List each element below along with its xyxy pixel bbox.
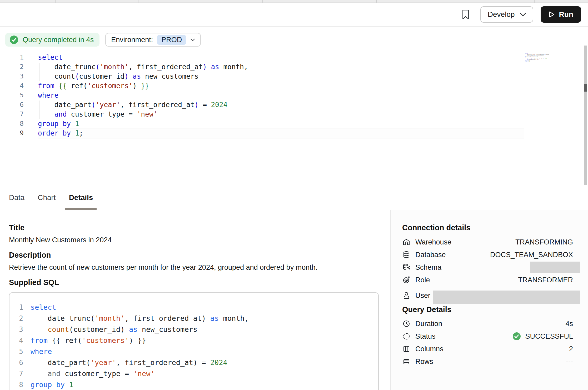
query-details-heading: Query Details bbox=[402, 305, 451, 314]
sql-line: 7 and customer_type = 'new' bbox=[9, 368, 378, 379]
bookmark-button[interactable] bbox=[458, 7, 473, 22]
develop-button[interactable]: Develop bbox=[480, 6, 533, 23]
editor-line: 8group by 1 bbox=[0, 119, 579, 128]
detail-row-database: Database DOCS_TEAM_SANDBOX bbox=[402, 249, 573, 261]
rows-value: --- bbox=[566, 358, 573, 366]
detail-row-rows: Rows --- bbox=[402, 356, 573, 367]
status-value-text: SUCCESSFUL bbox=[525, 332, 573, 341]
query-status-text: Query completed in 4s bbox=[23, 36, 94, 44]
tab-details[interactable]: Details bbox=[69, 185, 93, 210]
editor-line: 3 count(customer_id) as new_customers bbox=[0, 72, 579, 81]
chevron-down-icon bbox=[190, 38, 195, 41]
description-value: Retrieve the count of new customers per … bbox=[9, 263, 317, 272]
database-icon bbox=[402, 251, 411, 259]
run-button-label: Run bbox=[559, 10, 573, 19]
description-heading: Description bbox=[9, 251, 51, 259]
detail-row-user: User bbox=[402, 287, 573, 304]
sql-line: 6 date_part('year', first_ordered_at) = … bbox=[9, 357, 378, 368]
duration-value: 4s bbox=[565, 320, 573, 328]
editor-line: 7 and customer_type = 'new' bbox=[0, 109, 579, 119]
environment-value-pill: PROD bbox=[157, 35, 186, 45]
spinner-icon bbox=[402, 332, 411, 341]
user-value-redacted bbox=[433, 291, 580, 304]
detail-row-role: Role TRANSFORMER bbox=[402, 274, 573, 286]
supplied-sql-heading: Supplied SQL bbox=[9, 278, 59, 287]
clock-icon bbox=[402, 319, 411, 328]
detail-row-schema: Schema bbox=[402, 262, 573, 273]
tab-strip-divider bbox=[534, 0, 535, 3]
warehouse-value: TRANSFORMING bbox=[515, 238, 573, 246]
title-value: Monthly New Customers in 2024 bbox=[9, 236, 112, 244]
run-button[interactable]: Run bbox=[541, 6, 581, 23]
rows-icon bbox=[402, 357, 411, 366]
tab-chart[interactable]: Chart bbox=[38, 185, 56, 210]
tab-strip-divider bbox=[262, 0, 263, 3]
editor-line: 1select bbox=[0, 53, 579, 62]
editor-line: 9order by 1; bbox=[0, 128, 579, 138]
editor-minimap[interactable]: select date_trunc('month', first_ordered… bbox=[525, 53, 552, 62]
editor-line: 5where bbox=[0, 91, 579, 100]
environment-label: Environment: bbox=[111, 36, 153, 44]
success-check-icon bbox=[512, 332, 521, 341]
tab-strip-divider bbox=[55, 0, 56, 3]
editor-scrollbar-track[interactable] bbox=[584, 46, 587, 186]
editor-line: 2 date_trunc('month', first_ordered_at) … bbox=[0, 62, 579, 72]
title-heading: Title bbox=[9, 223, 24, 232]
bookmark-icon bbox=[461, 9, 470, 20]
columns-value: 2 bbox=[569, 345, 573, 353]
tab-strip-divider bbox=[376, 0, 377, 3]
play-icon bbox=[549, 11, 555, 18]
status-value: SUCCESSFUL bbox=[512, 332, 573, 341]
role-value: TRANSFORMER bbox=[518, 276, 573, 284]
detail-row-warehouse: Warehouse TRANSFORMING bbox=[402, 236, 573, 248]
status-row: Query completed in 4s Environment: PROD bbox=[5, 33, 201, 47]
sql-line: 8group by 1 bbox=[9, 379, 378, 390]
sql-line: 4from {{ ref('customers') }} bbox=[9, 335, 378, 346]
schema-icon bbox=[402, 263, 411, 272]
database-value: DOCS_TEAM_SANDBOX bbox=[490, 251, 573, 259]
toolbar: Develop Run bbox=[0, 3, 588, 27]
detail-row-status: Status SUCCESSFUL bbox=[402, 331, 573, 342]
detail-row-columns: Columns 2 bbox=[402, 343, 573, 355]
results-tabs: Data Chart Details bbox=[0, 185, 588, 210]
check-circle-icon bbox=[9, 35, 19, 45]
tab-strip-divider bbox=[138, 0, 138, 3]
schema-value-redacted bbox=[530, 262, 580, 273]
warehouse-icon bbox=[402, 238, 411, 246]
editor-tab-strip bbox=[0, 0, 588, 3]
query-status-badge: Query completed in 4s bbox=[5, 33, 99, 47]
editor-line: 4from {{ ref('customers') }} bbox=[0, 81, 579, 91]
sql-line: 5where bbox=[9, 346, 378, 357]
detail-row-duration: Duration 4s bbox=[402, 318, 573, 329]
chevron-down-icon bbox=[520, 13, 526, 16]
editor-line: 6 date_part('year', first_ordered_at) = … bbox=[0, 100, 579, 109]
sql-line: 3 count(customer_id) as new_customers bbox=[9, 324, 378, 335]
supplied-sql-code-block: 1select 2 date_trunc('month', first_orde… bbox=[9, 292, 379, 390]
environment-select[interactable]: Environment: PROD bbox=[105, 33, 201, 47]
develop-button-label: Develop bbox=[488, 10, 515, 19]
editor-scrollbar-thumb[interactable] bbox=[584, 84, 587, 92]
user-icon bbox=[402, 291, 411, 300]
tab-data[interactable]: Data bbox=[9, 185, 24, 210]
columns-icon bbox=[402, 345, 411, 353]
role-icon bbox=[402, 276, 411, 284]
sql-line: 2 date_trunc('month', first_ordered_at) … bbox=[9, 313, 378, 324]
sql-line: 1select bbox=[9, 302, 378, 313]
connection-details-heading: Connection details bbox=[402, 223, 470, 232]
